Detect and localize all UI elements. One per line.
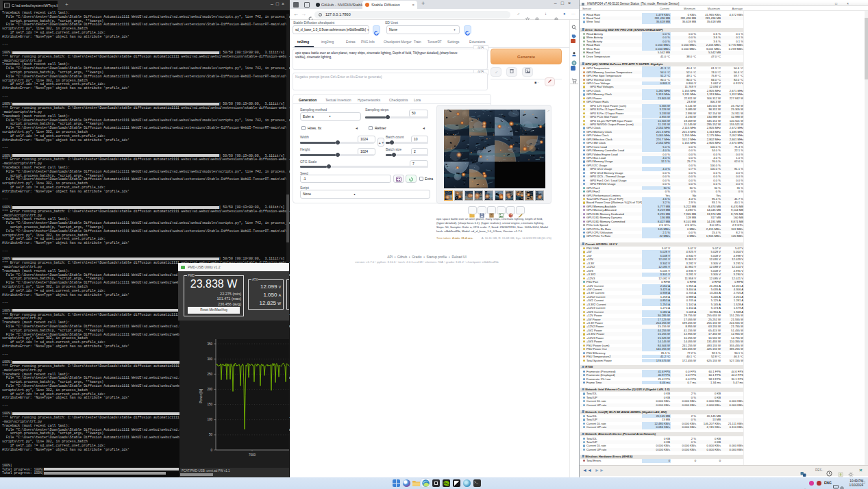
svg-text:250: 250 [207, 373, 212, 376]
svg-text:Power [W]: Power [W] [199, 389, 203, 403]
svg-text:150: 150 [207, 403, 212, 406]
svg-text:7000: 7000 [249, 453, 256, 457]
svg-text:350: 350 [207, 342, 212, 346]
svg-text:50: 50 [209, 433, 213, 436]
svg-text:100: 100 [207, 418, 212, 421]
svg-text:300: 300 [207, 358, 212, 361]
svg-text:200: 200 [207, 388, 212, 391]
